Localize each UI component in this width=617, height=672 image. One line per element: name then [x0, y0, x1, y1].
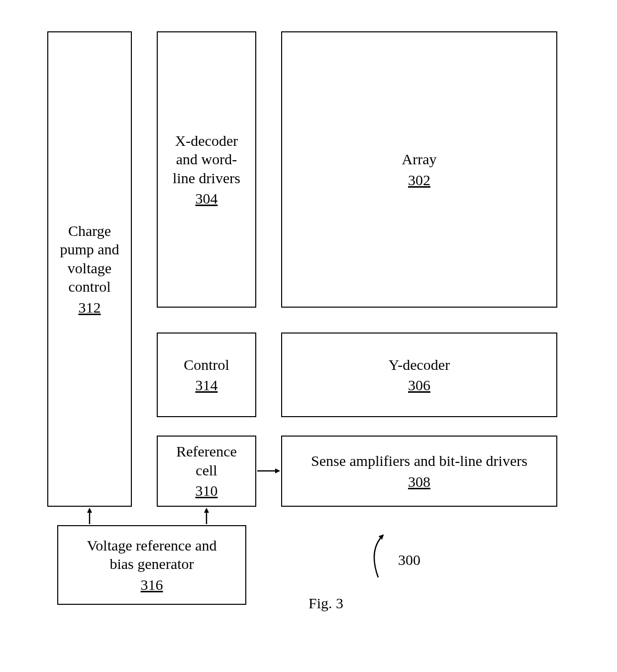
- block-label: X-decoder and word-line drivers: [167, 131, 246, 188]
- block-label: Array: [402, 150, 437, 169]
- figure-caption: Fig. 3: [308, 595, 343, 612]
- block-control: Control 314: [157, 333, 256, 417]
- block-ref-cell: Reference cell 310: [157, 436, 256, 507]
- figure-number: 300: [398, 552, 420, 568]
- block-array: Array 302: [281, 31, 557, 308]
- block-charge-pump: Charge pump and voltage control 312: [47, 31, 132, 507]
- block-label: Sense amplifiers and bit-line drivers: [311, 451, 527, 470]
- block-ref: 314: [196, 376, 218, 395]
- block-volt-ref: Voltage reference and bias generator 316: [57, 525, 246, 605]
- block-ref: 308: [408, 472, 430, 491]
- block-ref: 316: [141, 575, 163, 594]
- diagram-stage: Charge pump and voltage control 312 X-de…: [0, 0, 617, 672]
- block-label: Reference cell: [167, 442, 246, 479]
- leader-figure-number: [374, 535, 383, 577]
- block-x-decoder: X-decoder and word-line drivers 304: [157, 31, 256, 308]
- block-label: Charge pump and voltage control: [52, 222, 127, 296]
- block-label: Voltage reference and bias generator: [77, 536, 226, 573]
- block-ref: 302: [408, 171, 430, 190]
- block-y-decoder: Y-decoder 306: [281, 333, 557, 417]
- block-label: Y-decoder: [389, 355, 450, 374]
- block-sense-amp: Sense amplifiers and bit-line drivers 30…: [281, 436, 557, 507]
- block-ref: 304: [196, 189, 218, 208]
- block-ref: 306: [408, 376, 430, 395]
- block-ref: 310: [196, 481, 218, 500]
- block-ref: 312: [79, 298, 101, 317]
- block-label: Control: [184, 355, 229, 374]
